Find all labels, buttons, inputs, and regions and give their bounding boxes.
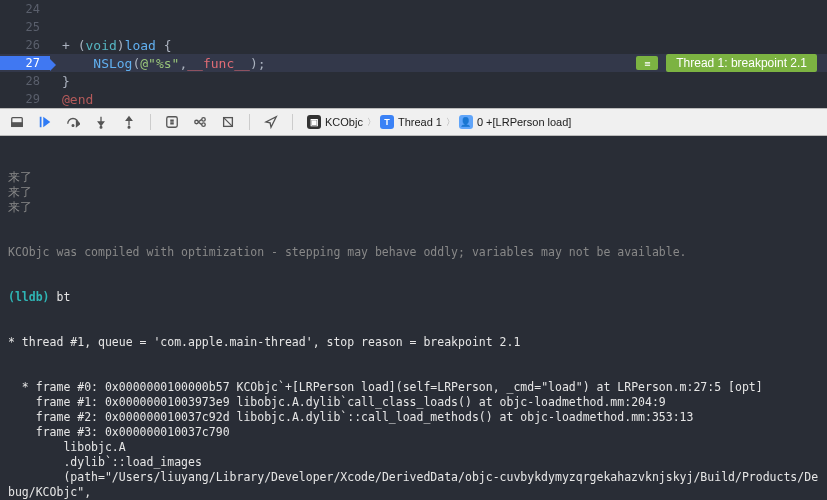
- line-number[interactable]: 28: [0, 74, 50, 88]
- console-line: 来了: [8, 200, 819, 215]
- stack-frame: * frame #0: 0x0000000100000b57 KCObjc`+[…: [8, 380, 819, 395]
- svg-point-15: [202, 123, 206, 127]
- thread-icon: T: [380, 115, 394, 129]
- crumb-thread: Thread 1: [398, 116, 442, 128]
- toolbar-separator: [292, 114, 293, 130]
- debug-breadcrumb[interactable]: ▣ KCObjc 〉 T Thread 1 〉 👤 0 +[LRPerson l…: [307, 115, 571, 129]
- code-editor[interactable]: 242526+ (void)load {27 NSLog(@"%s",__fun…: [0, 0, 827, 108]
- debug-view-icon[interactable]: [165, 115, 179, 129]
- line-number[interactable]: 25: [0, 20, 50, 34]
- code-content: NSLog(@"%s",__func__);: [50, 56, 626, 71]
- lldb-prompt-line: (lldb) bt: [8, 290, 819, 305]
- stack-frame: frame #1: 0x00000001003973e9 libobjc.A.d…: [8, 395, 819, 410]
- svg-rect-1: [12, 123, 23, 127]
- step-into-icon[interactable]: [94, 115, 108, 129]
- crumb-frame: 0 +[LRPerson load]: [477, 116, 571, 128]
- stack-frame: .dylib`::load_images: [8, 455, 819, 470]
- code-line[interactable]: 29@end: [0, 90, 827, 108]
- stack-frame: frame #3: 0x000000010037c790: [8, 425, 819, 440]
- svg-point-11: [128, 126, 130, 128]
- step-out-icon[interactable]: [122, 115, 136, 129]
- chevron-right-icon: 〉: [367, 116, 376, 129]
- hide-debug-area-icon[interactable]: [10, 115, 24, 129]
- code-content: @end: [50, 92, 827, 107]
- frame-icon: 👤: [459, 115, 473, 129]
- console-output: 来了来了来了: [8, 170, 819, 215]
- optimization-warning: KCObjc was compiled with optimization - …: [8, 245, 819, 260]
- svg-marker-10: [126, 117, 131, 121]
- stack-frame: frame #2: 0x000000010037c92d libobjc.A.d…: [8, 410, 819, 425]
- code-content: + (void)load {: [50, 38, 827, 53]
- debug-toolbar: ▣ KCObjc 〉 T Thread 1 〉 👤 0 +[LRPerson l…: [0, 108, 827, 136]
- line-number[interactable]: 29: [0, 92, 50, 106]
- hamburger-icon: ≡: [636, 56, 658, 70]
- continue-icon[interactable]: [38, 115, 52, 129]
- debug-console[interactable]: 来了来了来了 KCObjc was compiled with optimiza…: [0, 136, 827, 500]
- code-line[interactable]: 27 NSLog(@"%s",__func__);≡Thread 1: brea…: [0, 54, 827, 72]
- code-line[interactable]: 25: [0, 18, 827, 36]
- target-icon: ▣: [307, 115, 321, 129]
- console-line: 来了: [8, 185, 819, 200]
- svg-point-14: [202, 118, 206, 122]
- line-number[interactable]: 24: [0, 2, 50, 16]
- crumb-target: KCObjc: [325, 116, 363, 128]
- code-line[interactable]: 26+ (void)load {: [0, 36, 827, 54]
- chevron-right-icon: 〉: [446, 116, 455, 129]
- breakpoint-indicator[interactable]: ≡Thread 1: breakpoint 2.1: [626, 54, 827, 72]
- location-icon[interactable]: [264, 115, 278, 129]
- line-number[interactable]: 27: [0, 56, 50, 70]
- stack-frame: libobjc.A: [8, 440, 819, 455]
- svg-line-19: [224, 118, 233, 127]
- backtrace-frames: * frame #0: 0x0000000100000b57 KCObjc`+[…: [8, 380, 819, 500]
- memory-graph-icon[interactable]: [193, 115, 207, 129]
- svg-point-8: [100, 126, 102, 128]
- line-number[interactable]: 26: [0, 38, 50, 52]
- thread-header: * thread #1, queue = 'com.apple.main-thr…: [8, 335, 819, 350]
- console-line: 来了: [8, 170, 819, 185]
- svg-marker-4: [77, 121, 81, 126]
- toolbar-separator: [150, 114, 151, 130]
- environment-icon[interactable]: [221, 115, 235, 129]
- svg-point-13: [195, 120, 199, 124]
- code-line[interactable]: 24: [0, 0, 827, 18]
- svg-marker-3: [43, 117, 50, 128]
- step-over-icon[interactable]: [66, 115, 80, 129]
- breakpoint-label: Thread 1: breakpoint 2.1: [666, 54, 817, 72]
- svg-marker-7: [98, 122, 103, 126]
- code-content: }: [50, 74, 827, 89]
- svg-marker-20: [266, 117, 277, 128]
- stack-frame: (path="/Users/liuyang/Library/Developer/…: [8, 470, 819, 500]
- svg-point-5: [72, 125, 74, 127]
- toolbar-separator: [249, 114, 250, 130]
- svg-rect-2: [40, 117, 42, 128]
- svg-line-17: [198, 122, 202, 125]
- code-line[interactable]: 28}: [0, 72, 827, 90]
